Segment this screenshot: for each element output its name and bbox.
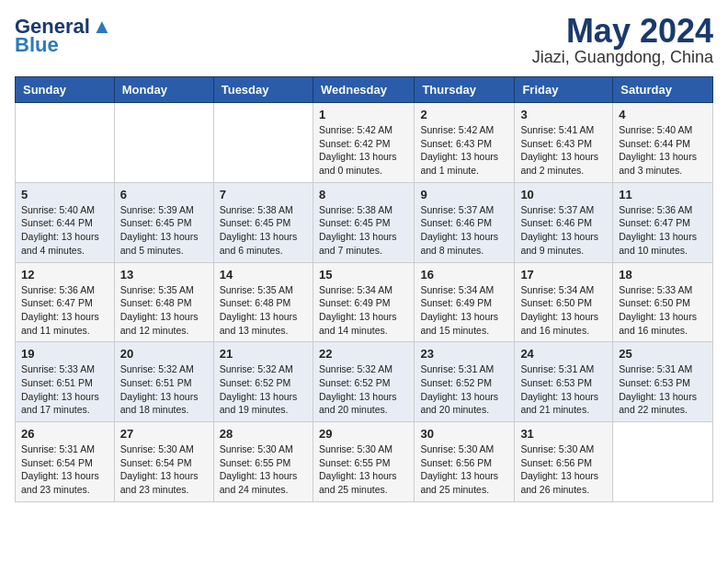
calendar-cell: 31Sunrise: 5:30 AM Sunset: 6:56 PM Dayli… [515, 422, 613, 502]
calendar-cell [16, 103, 115, 183]
header-sunday: Sunday [16, 77, 115, 103]
day-number: 3 [520, 108, 607, 121]
day-number: 10 [520, 188, 607, 201]
calendar-cell: 25Sunrise: 5:31 AM Sunset: 6:53 PM Dayli… [613, 342, 713, 422]
day-info: Sunrise: 5:34 AM Sunset: 6:49 PM Dayligh… [420, 283, 508, 338]
week-row-2: 5Sunrise: 5:40 AM Sunset: 6:44 PM Daylig… [16, 182, 713, 262]
calendar-cell: 8Sunrise: 5:38 AM Sunset: 6:45 PM Daylig… [313, 182, 414, 262]
calendar-cell: 30Sunrise: 5:30 AM Sunset: 6:56 PM Dayli… [415, 422, 515, 502]
title-block: May 2024 Jiazi, Guangdong, China [532, 15, 713, 67]
calendar-cell: 21Sunrise: 5:32 AM Sunset: 6:52 PM Dayli… [213, 342, 313, 422]
day-info: Sunrise: 5:42 AM Sunset: 6:42 PM Dayligh… [319, 123, 408, 178]
calendar-cell: 24Sunrise: 5:31 AM Sunset: 6:53 PM Dayli… [515, 342, 613, 422]
day-number: 31 [520, 427, 607, 441]
day-info: Sunrise: 5:31 AM Sunset: 6:52 PM Dayligh… [420, 362, 508, 417]
calendar-cell: 14Sunrise: 5:35 AM Sunset: 6:48 PM Dayli… [213, 262, 313, 342]
day-number: 20 [120, 347, 208, 361]
calendar-cell: 22Sunrise: 5:32 AM Sunset: 6:52 PM Dayli… [313, 342, 414, 422]
calendar-cell: 13Sunrise: 5:35 AM Sunset: 6:48 PM Dayli… [114, 262, 213, 342]
weekday-header-row: Sunday Monday Tuesday Wednesday Thursday… [16, 77, 713, 103]
day-info: Sunrise: 5:30 AM Sunset: 6:55 PM Dayligh… [319, 442, 408, 497]
day-info: Sunrise: 5:35 AM Sunset: 6:48 PM Dayligh… [220, 283, 307, 338]
calendar-cell [114, 103, 213, 183]
day-number: 18 [619, 268, 707, 282]
calendar-cell: 3Sunrise: 5:41 AM Sunset: 6:43 PM Daylig… [515, 103, 613, 183]
day-info: Sunrise: 5:36 AM Sunset: 6:47 PM Dayligh… [619, 203, 707, 258]
day-info: Sunrise: 5:36 AM Sunset: 6:47 PM Dayligh… [21, 283, 108, 338]
day-number: 1 [319, 108, 408, 121]
day-number: 17 [520, 268, 607, 282]
day-info: Sunrise: 5:33 AM Sunset: 6:51 PM Dayligh… [21, 362, 108, 417]
day-number: 13 [120, 268, 208, 282]
page-header: General ▲ Blue May 2024 Jiazi, Guangdong… [15, 15, 713, 67]
day-number: 29 [319, 427, 408, 441]
day-info: Sunrise: 5:42 AM Sunset: 6:43 PM Dayligh… [420, 123, 508, 178]
calendar-cell: 23Sunrise: 5:31 AM Sunset: 6:52 PM Dayli… [415, 342, 515, 422]
calendar-cell: 5Sunrise: 5:40 AM Sunset: 6:44 PM Daylig… [16, 182, 115, 262]
calendar-cell: 7Sunrise: 5:38 AM Sunset: 6:45 PM Daylig… [213, 182, 313, 262]
day-number: 15 [319, 268, 408, 282]
calendar-cell: 18Sunrise: 5:33 AM Sunset: 6:50 PM Dayli… [613, 262, 713, 342]
week-row-5: 26Sunrise: 5:31 AM Sunset: 6:54 PM Dayli… [16, 422, 713, 502]
day-number: 12 [21, 268, 108, 282]
day-info: Sunrise: 5:34 AM Sunset: 6:49 PM Dayligh… [319, 283, 408, 338]
logo: General ▲ Blue [15, 15, 112, 57]
header-wednesday: Wednesday [313, 77, 414, 103]
day-info: Sunrise: 5:33 AM Sunset: 6:50 PM Dayligh… [619, 283, 707, 338]
calendar-cell: 2Sunrise: 5:42 AM Sunset: 6:43 PM Daylig… [415, 103, 515, 183]
calendar-cell: 10Sunrise: 5:37 AM Sunset: 6:46 PM Dayli… [515, 182, 613, 262]
calendar-cell: 15Sunrise: 5:34 AM Sunset: 6:49 PM Dayli… [313, 262, 414, 342]
calendar-cell: 19Sunrise: 5:33 AM Sunset: 6:51 PM Dayli… [16, 342, 115, 422]
calendar-subtitle: Jiazi, Guangdong, China [532, 48, 713, 67]
header-monday: Monday [114, 77, 213, 103]
calendar-cell: 12Sunrise: 5:36 AM Sunset: 6:47 PM Dayli… [16, 262, 115, 342]
calendar-cell: 16Sunrise: 5:34 AM Sunset: 6:49 PM Dayli… [415, 262, 515, 342]
week-row-1: 1Sunrise: 5:42 AM Sunset: 6:42 PM Daylig… [16, 103, 713, 183]
header-thursday: Thursday [415, 77, 515, 103]
day-number: 30 [420, 427, 508, 441]
day-number: 9 [420, 188, 508, 201]
day-info: Sunrise: 5:40 AM Sunset: 6:44 PM Dayligh… [21, 203, 108, 258]
day-number: 27 [120, 427, 208, 441]
calendar-cell: 29Sunrise: 5:30 AM Sunset: 6:55 PM Dayli… [313, 422, 414, 502]
logo-bird-icon: ▲ [92, 15, 112, 39]
day-info: Sunrise: 5:35 AM Sunset: 6:48 PM Dayligh… [120, 283, 208, 338]
day-info: Sunrise: 5:34 AM Sunset: 6:50 PM Dayligh… [520, 283, 607, 338]
day-number: 16 [420, 268, 508, 282]
day-info: Sunrise: 5:40 AM Sunset: 6:44 PM Dayligh… [619, 123, 707, 178]
day-number: 6 [120, 188, 208, 201]
day-number: 23 [420, 347, 508, 361]
calendar-title: May 2024 [532, 15, 713, 48]
day-info: Sunrise: 5:32 AM Sunset: 6:52 PM Dayligh… [220, 362, 307, 417]
calendar-cell: 9Sunrise: 5:37 AM Sunset: 6:46 PM Daylig… [415, 182, 515, 262]
day-number: 28 [220, 427, 307, 441]
day-info: Sunrise: 5:31 AM Sunset: 6:53 PM Dayligh… [520, 362, 607, 417]
week-row-4: 19Sunrise: 5:33 AM Sunset: 6:51 PM Dayli… [16, 342, 713, 422]
day-number: 11 [619, 188, 707, 201]
day-info: Sunrise: 5:30 AM Sunset: 6:56 PM Dayligh… [520, 442, 607, 497]
day-info: Sunrise: 5:38 AM Sunset: 6:45 PM Dayligh… [319, 203, 408, 258]
calendar-cell [613, 422, 713, 502]
day-number: 24 [520, 347, 607, 361]
day-number: 14 [220, 268, 307, 282]
day-number: 19 [21, 347, 108, 361]
day-info: Sunrise: 5:39 AM Sunset: 6:45 PM Dayligh… [120, 203, 208, 258]
calendar-cell: 17Sunrise: 5:34 AM Sunset: 6:50 PM Dayli… [515, 262, 613, 342]
day-info: Sunrise: 5:30 AM Sunset: 6:55 PM Dayligh… [220, 442, 307, 497]
day-info: Sunrise: 5:37 AM Sunset: 6:46 PM Dayligh… [420, 203, 508, 258]
day-number: 22 [319, 347, 408, 361]
calendar-cell: 6Sunrise: 5:39 AM Sunset: 6:45 PM Daylig… [114, 182, 213, 262]
day-number: 8 [319, 188, 408, 201]
day-number: 2 [420, 108, 508, 121]
day-number: 7 [220, 188, 307, 201]
day-number: 4 [619, 108, 707, 121]
header-friday: Friday [515, 77, 613, 103]
calendar-cell: 1Sunrise: 5:42 AM Sunset: 6:42 PM Daylig… [313, 103, 414, 183]
header-tuesday: Tuesday [213, 77, 313, 103]
day-info: Sunrise: 5:31 AM Sunset: 6:54 PM Dayligh… [21, 442, 108, 497]
logo-blue: Blue [15, 33, 59, 57]
day-number: 25 [619, 347, 707, 361]
day-info: Sunrise: 5:32 AM Sunset: 6:51 PM Dayligh… [120, 362, 208, 417]
header-saturday: Saturday [613, 77, 713, 103]
week-row-3: 12Sunrise: 5:36 AM Sunset: 6:47 PM Dayli… [16, 262, 713, 342]
